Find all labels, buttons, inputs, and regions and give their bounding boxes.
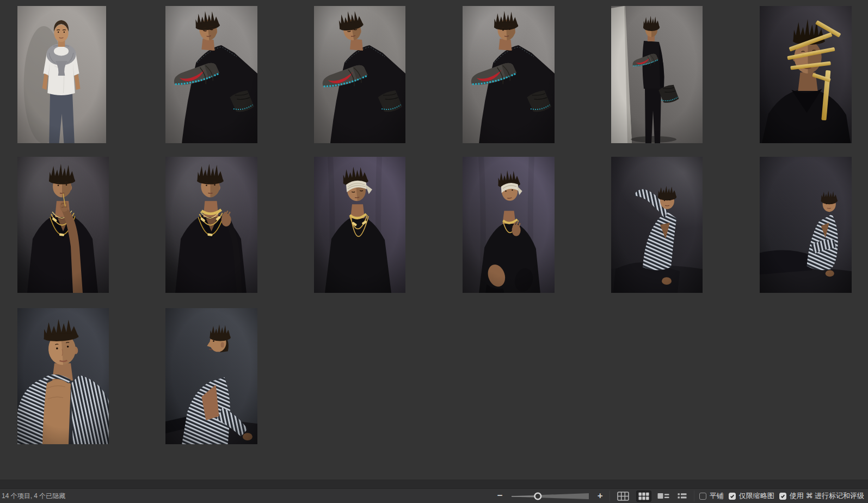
- view-mode-grid-button[interactable]: [636, 490, 651, 502]
- item-count-status: 14 个项目, 4 个已隐藏: [2, 492, 65, 501]
- zoom-out-button[interactable]: −: [496, 492, 504, 500]
- photo-thumbnail[interactable]: [165, 157, 257, 293]
- toolbar-separator: [694, 490, 694, 501]
- thumbnail-size-slider[interactable]: [509, 490, 591, 501]
- check-icon: [730, 494, 735, 499]
- photo-thumbnail[interactable]: [165, 308, 257, 444]
- thumbnails-only-checkbox[interactable]: 仅限缩略图: [729, 491, 774, 501]
- photo-image: [17, 6, 106, 143]
- checkbox-box[interactable]: [699, 493, 706, 500]
- zoom-in-button[interactable]: +: [596, 492, 605, 500]
- photo-thumbnail[interactable]: [314, 157, 405, 293]
- photo-thumbnail[interactable]: [611, 6, 703, 143]
- horizontal-scrollbar[interactable]: [0, 480, 868, 489]
- check-icon: [780, 494, 785, 499]
- photo-image: [611, 6, 703, 143]
- photo-image: [611, 157, 703, 293]
- photo-thumbnail[interactable]: [17, 157, 109, 293]
- toolbar-separator: [610, 490, 610, 501]
- bottom-toolbar: 14 个项目, 4 个已隐藏 − +: [0, 489, 868, 503]
- photo-thumbnail[interactable]: [611, 157, 703, 293]
- tile-checkbox[interactable]: 平铺: [699, 491, 724, 501]
- cmd-tagging-checkbox[interactable]: 使用 ⌘ 进行标记和评级: [779, 491, 864, 501]
- slider-track[interactable]: [509, 490, 591, 501]
- photo-thumbnail[interactable]: [314, 6, 405, 143]
- photo-image: [463, 6, 555, 143]
- photo-image: [760, 157, 852, 293]
- view-mode-group: [636, 490, 689, 502]
- photo-thumbnail[interactable]: [165, 6, 257, 143]
- photo-thumbnail[interactable]: [463, 157, 555, 293]
- grid-outline-icon: [617, 492, 629, 501]
- photo-image: [314, 6, 405, 143]
- thumbnail-list-icon: [657, 492, 669, 500]
- list-rows-icon: [678, 493, 687, 499]
- thumbnail-grid: [0, 0, 868, 480]
- slider-knob[interactable]: [534, 493, 541, 500]
- toolbar-controls: − +: [496, 490, 868, 502]
- photo-image: [463, 157, 555, 293]
- checkbox-box[interactable]: [729, 493, 736, 500]
- photo-image: [314, 157, 405, 293]
- photo-image: [165, 6, 257, 143]
- photo-thumbnail[interactable]: [463, 6, 555, 143]
- photo-image: [17, 157, 109, 293]
- photo-thumbnail[interactable]: [760, 157, 852, 293]
- photo-thumbnail[interactable]: [760, 6, 852, 143]
- photo-image: [165, 157, 257, 293]
- grid-overlay-button[interactable]: [615, 490, 631, 502]
- photo-thumbnail[interactable]: [17, 308, 109, 444]
- photo-image: [17, 308, 109, 444]
- photo-image: [760, 6, 852, 143]
- photo-thumbnail[interactable]: [17, 6, 106, 143]
- photo-browser-window: 14 个项目, 4 个已隐藏 − +: [0, 0, 868, 503]
- view-mode-list-button[interactable]: [675, 491, 689, 501]
- checkbox-box[interactable]: [779, 493, 786, 500]
- grid-filled-icon: [638, 492, 649, 500]
- view-mode-details-button[interactable]: [655, 490, 672, 501]
- photo-image: [165, 308, 257, 444]
